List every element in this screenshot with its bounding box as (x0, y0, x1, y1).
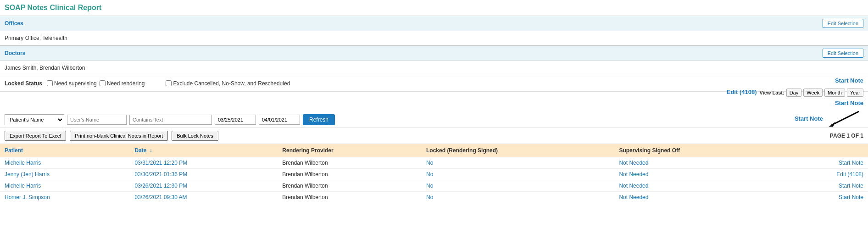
cell-date: 03/30/2021 01:36 PM (130, 169, 278, 180)
doctors-edit-button[interactable]: Edit Selection (823, 49, 863, 58)
date-to-input[interactable] (259, 115, 300, 125)
locked-link[interactable]: No (426, 160, 433, 166)
annotation-arrow (827, 109, 863, 128)
doctors-value: James Smith, Brendan Wilberton (0, 61, 868, 75)
view-last-container: View Last: Day Week Month Year (759, 89, 863, 97)
col-provider: Rendering Provider (278, 144, 422, 157)
offices-label: Offices (5, 20, 23, 27)
need-supervising-checkbox[interactable] (47, 80, 53, 86)
table-row: Jenny (Jen) Harris 03/30/2021 01:36 PM B… (0, 169, 868, 180)
data-table: Patient Date ↓ Rendering Provider Locked… (0, 144, 868, 203)
export-button[interactable]: Export Report To Excel (5, 131, 66, 141)
supervising-link[interactable]: Not Needed (619, 171, 648, 178)
cell-provider: Brendan Wilberton (278, 180, 422, 192)
cell-supervising: Not Needed (614, 192, 782, 203)
page-title: SOAP Notes Clinical Report (0, 0, 868, 16)
cell-action: Edit (4108) (782, 169, 868, 180)
cell-date: 03/31/2021 12:20 PM (130, 157, 278, 169)
need-rendering-checkbox[interactable] (100, 80, 106, 86)
cell-patient: Jenny (Jen) Harris (0, 169, 130, 180)
supervising-link[interactable]: Not Needed (619, 160, 648, 166)
need-supervising-label: Need supervising (54, 80, 97, 87)
cell-locked: No (422, 180, 614, 192)
patient-link[interactable]: Michelle Harris (5, 183, 41, 189)
cell-date: 03/26/2021 12:30 PM (130, 180, 278, 192)
svg-line-0 (831, 111, 859, 125)
exclude-label: Exclude Cancelled, No-Show, and Reschedu… (173, 80, 290, 87)
cell-action: Start Note (782, 157, 868, 169)
cell-date: 03/26/2021 09:30 AM (130, 192, 278, 203)
date-link[interactable]: 03/26/2021 09:30 AM (134, 194, 187, 200)
locked-link[interactable]: No (426, 183, 433, 189)
need-supervising-group: Need supervising (47, 80, 97, 87)
table-header-row: Patient Date ↓ Rendering Provider Locked… (0, 144, 868, 157)
user-name-input[interactable] (67, 115, 127, 125)
col-action (782, 144, 868, 157)
doctors-label: Doctors (5, 50, 25, 56)
offices-edit-button[interactable]: Edit Selection (823, 19, 863, 28)
refresh-button[interactable]: Refresh (303, 114, 335, 125)
patient-link[interactable]: Jenny (Jen) Harris (5, 171, 50, 178)
bulk-lock-button[interactable]: Bulk Lock Notes (172, 131, 218, 141)
col-supervising: Supervising Signed Off (614, 144, 782, 157)
page-info: PAGE 1 OF 1 (830, 133, 863, 139)
col-patient[interactable]: Patient (0, 144, 130, 157)
cell-supervising: Not Needed (614, 169, 782, 180)
cell-supervising: Not Needed (614, 157, 782, 169)
cell-patient: Michelle Harris (0, 157, 130, 169)
table-row: Michelle Harris 03/31/2021 12:20 PM Bren… (0, 157, 868, 169)
patient-name-select[interactable]: Patient's Name (5, 114, 64, 125)
cell-locked: No (422, 169, 614, 180)
view-year-button[interactable]: Year (847, 89, 863, 97)
cell-provider: Brendan Wilberton (278, 169, 422, 180)
action-link[interactable]: Edit (4108) (836, 171, 863, 178)
cell-patient: Homer J. Simpson (0, 192, 130, 203)
exclude-group: Exclude Cancelled, No-Show, and Reschedu… (166, 80, 290, 87)
date-sort-arrow: ↓ (150, 147, 152, 154)
doctors-section-header: Doctors Edit Selection (0, 45, 868, 61)
print-button[interactable]: Print non-blank Clinical Notes in Report (70, 131, 168, 141)
supervising-link[interactable]: Not Needed (619, 183, 648, 189)
cell-provider: Brendan Wilberton (278, 157, 422, 169)
action-link[interactable]: Start Note (839, 160, 863, 166)
contains-text-input[interactable] (129, 115, 212, 125)
need-rendering-label: Need rendering (107, 80, 145, 87)
supervising-link[interactable]: Not Needed (619, 194, 648, 200)
table-row: Michelle Harris 03/26/2021 12:30 PM Bren… (0, 180, 868, 192)
view-month-button[interactable]: Month (824, 89, 845, 97)
date-from-input[interactable] (215, 115, 256, 125)
cell-locked: No (422, 192, 614, 203)
locked-link[interactable]: No (426, 194, 433, 200)
exclude-checkbox[interactable] (166, 80, 172, 86)
cell-supervising: Not Needed (614, 180, 782, 192)
date-link[interactable]: 03/31/2021 12:20 PM (134, 160, 187, 166)
view-last-label: View Last: (759, 90, 784, 95)
date-link[interactable]: 03/26/2021 12:30 PM (134, 183, 187, 189)
cell-action: Start Note (782, 192, 868, 203)
table-row: Homer J. Simpson 03/26/2021 09:30 AM Bre… (0, 192, 868, 203)
start-note-top-link[interactable]: Start Note (835, 76, 863, 85)
col-locked: Locked (Rendering Signed) (422, 144, 614, 157)
cell-locked: No (422, 157, 614, 169)
need-rendering-group: Need rendering (100, 80, 145, 87)
patient-link[interactable]: Homer J. Simpson (5, 194, 50, 200)
offices-value: Primary Office, Telehealth (0, 31, 868, 45)
action-row: Export Report To Excel Print non-blank C… (0, 128, 868, 144)
view-week-button[interactable]: Week (803, 89, 823, 97)
start-note-bottom-link[interactable]: Start Note (795, 114, 823, 123)
cell-provider: Brendan Wilberton (278, 192, 422, 203)
col-date[interactable]: Date ↓ (130, 144, 278, 157)
edit-note-top-link[interactable]: Edit (4108) (727, 88, 757, 96)
offices-section-header: Offices Edit Selection (0, 16, 868, 31)
locked-link[interactable]: No (426, 171, 433, 178)
locked-status-label: Locked Status (5, 80, 42, 87)
start-note-mid-link[interactable]: Start Note (835, 99, 863, 107)
action-link[interactable]: Start Note (839, 194, 863, 200)
cell-patient: Michelle Harris (0, 180, 130, 192)
date-link[interactable]: 03/30/2021 01:36 PM (134, 171, 187, 178)
patient-link[interactable]: Michelle Harris (5, 160, 41, 166)
cell-action: Start Note (782, 180, 868, 192)
action-link[interactable]: Start Note (839, 183, 863, 189)
view-day-button[interactable]: Day (786, 89, 802, 97)
